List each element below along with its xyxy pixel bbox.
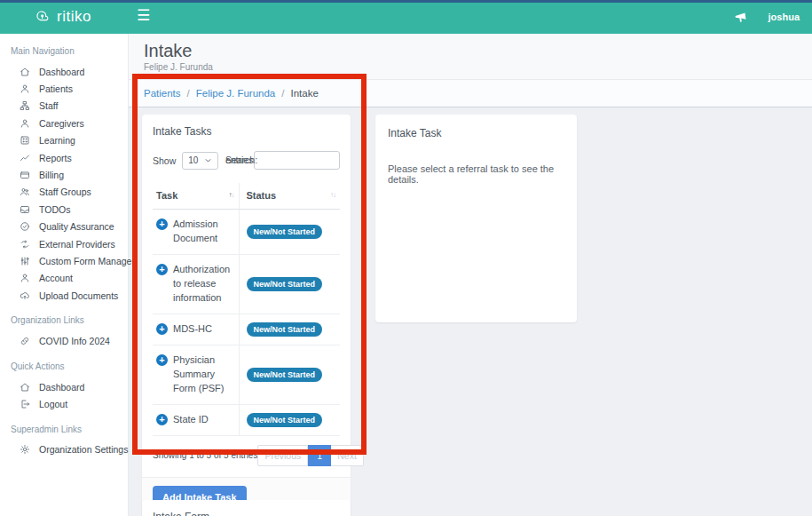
topbar: ritiko ☰ joshua: [0, 0, 812, 34]
sitemap-icon: [20, 100, 30, 111]
sidebar-item-label: Staff: [39, 100, 58, 111]
pagination: Previous 1 Next: [257, 445, 363, 466]
task-name[interactable]: State ID: [173, 413, 209, 427]
column-header-status[interactable]: Status ↑↓: [239, 183, 340, 210]
chevron-down-icon: [204, 156, 212, 164]
sidebar-item-upload-documents[interactable]: Upload Documents: [0, 287, 128, 304]
sidebar-item-label: Organization Settings: [39, 444, 128, 455]
users-icon: [20, 187, 30, 197]
sidebar-item-staff-groups[interactable]: Staff Groups: [0, 184, 128, 201]
entries-summary: Showing 1 to 5 of 5 entries: [153, 450, 257, 460]
megaphone-icon[interactable]: [734, 11, 747, 24]
sidebar-item-label: Account: [39, 273, 73, 283]
next-page-button[interactable]: Next: [331, 445, 364, 466]
column-header-task[interactable]: Task ↑↓: [153, 183, 239, 210]
cloud-upload-icon: [20, 290, 30, 301]
user-icon: [20, 273, 30, 283]
sidebar-item-custom-form-manager[interactable]: Custom Form Manager: [0, 252, 128, 269]
chart-icon: [20, 153, 30, 163]
breadcrumb-item-patients[interactable]: Patients: [144, 88, 181, 99]
nav-section-header: Quick Actions: [11, 361, 117, 371]
user-icon: [20, 118, 30, 129]
sidebar-item-organization-settings[interactable]: Organization Settings: [0, 441, 128, 458]
task-name[interactable]: Physician Summary Form (PSF): [173, 353, 235, 396]
sidebar-item-logout[interactable]: Logout: [0, 395, 128, 412]
logo-text: ritiko: [57, 8, 91, 26]
page-header: Intake Felipe J. Furunda: [129, 34, 812, 80]
sidebar-item-covid-info-2024[interactable]: COVID Info 2024: [0, 332, 128, 349]
nav-section-header: Main Navigation: [11, 46, 117, 56]
sidebar-item-reports[interactable]: Reports: [0, 149, 128, 166]
hamburger-icon[interactable]: ☰: [137, 6, 150, 25]
gear-icon: [20, 444, 30, 455]
sidebar-item-label: Staff Groups: [39, 187, 91, 197]
sidebar-item-label: Reports: [39, 153, 72, 163]
page-title: Intake: [144, 41, 797, 61]
sidebar-item-label: COVID Info 2024: [39, 336, 110, 346]
intake-tasks-card: Intake Tasks Show 10 entries Search:: [142, 115, 351, 516]
sidebar-item-label: External Providers: [39, 239, 115, 250]
task-name[interactable]: Admission Document: [173, 218, 235, 246]
page-size-select[interactable]: 10: [182, 152, 218, 170]
intake-tasks-title: Intake Tasks: [153, 125, 340, 138]
sidebar-item-quality-assurance[interactable]: Quality Assurance: [0, 218, 128, 235]
sidebar-item-label: Quality Assurance: [39, 221, 114, 232]
sidebar-item-dashboard[interactable]: Dashboard: [0, 63, 128, 80]
sidebar-item-label: Upload Documents: [39, 290, 118, 301]
sliders-icon: [20, 256, 30, 266]
main-area: Intake Felipe J. Furunda Patients/Felipe…: [129, 34, 812, 516]
sidebar-item-external-providers[interactable]: External Providers: [0, 235, 128, 252]
sort-icon: ↑↓: [330, 191, 335, 199]
table-row: +Authorization to release informationNew…: [153, 254, 340, 314]
sidebar-item-staff[interactable]: Staff: [0, 98, 128, 115]
sidebar-item-label: Learning: [39, 135, 75, 146]
expand-row-icon[interactable]: +: [156, 218, 168, 230]
task-name[interactable]: MDS-HC: [173, 322, 212, 337]
sidebar-item-label: Custom Form Manager: [39, 256, 135, 266]
user-menu[interactable]: joshua: [769, 12, 800, 22]
cloud-logo-icon: [32, 7, 53, 27]
sidebar-item-label: TODOs: [39, 204, 70, 215]
home-icon: [20, 67, 30, 77]
sidebar-item-label: Caregivers: [39, 118, 84, 129]
sidebar-item-label: Dashboard: [39, 67, 84, 77]
nav-section-header: Superadmin Links: [11, 425, 117, 434]
status-badge: New/Not Started: [247, 368, 323, 382]
intake-form-title: Intake Form: [153, 511, 340, 516]
check-circle-icon: [20, 221, 30, 232]
status-badge: New/Not Started: [247, 225, 323, 239]
page-size-value: 10: [188, 155, 198, 165]
table-row: +MDS-HCNew/Not Started: [153, 314, 340, 345]
sidebar-item-billing[interactable]: Billing: [0, 166, 128, 183]
sidebar-item-todos[interactable]: TODOs: [0, 201, 128, 218]
breadcrumb-item-felipe-j-furunda[interactable]: Felipe J. Furunda: [196, 88, 276, 99]
sidebar-item-label: Logout: [39, 399, 67, 409]
table-row: +State IDNew/Not Started: [153, 404, 340, 435]
expand-row-icon[interactable]: +: [156, 264, 168, 275]
sidebar-item-dashboard[interactable]: Dashboard: [0, 378, 128, 395]
intake-tasks-tbody: +Admission DocumentNew/Not Started+Autho…: [153, 210, 340, 436]
user-icon: [20, 83, 30, 94]
expand-row-icon[interactable]: +: [156, 323, 168, 335]
search-label: Search:: [225, 155, 257, 165]
sidebar-item-label: Dashboard: [39, 382, 84, 393]
inbox-icon: [20, 204, 30, 215]
task-name[interactable]: Authorization to release information: [173, 263, 235, 306]
sidebar-item-patients[interactable]: Patients: [0, 80, 128, 97]
expand-row-icon[interactable]: +: [156, 414, 168, 425]
intake-form-card: Intake Form: [142, 500, 351, 516]
nav-section-header: Organization Links: [11, 315, 117, 325]
page-1-button[interactable]: 1: [308, 445, 331, 466]
sidebar: Main NavigationDashboardPatientsStaffCar…: [0, 34, 129, 516]
search-input[interactable]: [254, 151, 340, 170]
sidebar-item-caregivers[interactable]: Caregivers: [0, 115, 128, 131]
content: Intake Tasks Show 10 entries Search:: [129, 107, 812, 516]
app-logo[interactable]: ritiko: [32, 7, 91, 27]
breadcrumb-separator: /: [281, 88, 284, 99]
sidebar-item-learning[interactable]: Learning: [0, 132, 128, 149]
expand-row-icon[interactable]: +: [156, 354, 168, 366]
link-icon: [20, 336, 30, 346]
sidebar-item-account[interactable]: Account: [0, 270, 128, 287]
exchange-icon: [20, 239, 30, 250]
previous-page-button[interactable]: Previous: [257, 445, 308, 466]
